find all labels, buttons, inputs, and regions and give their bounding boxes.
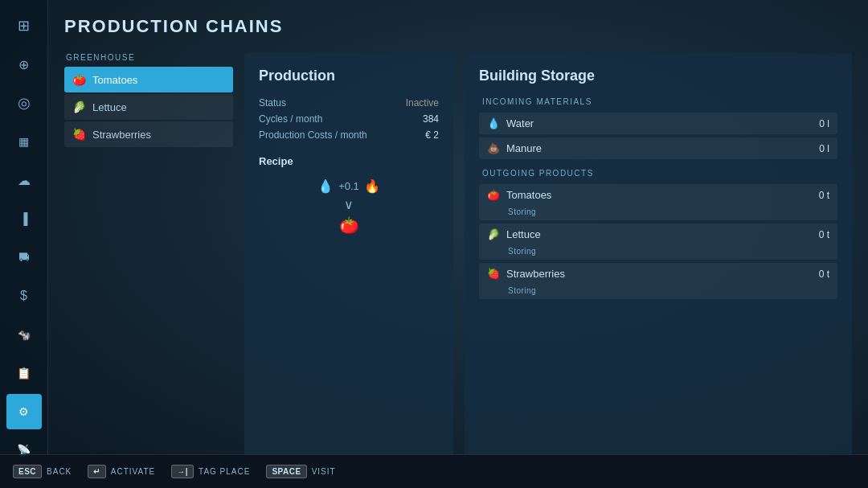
animals-icon: 🐄 [18,329,31,341]
chain-item-lettuce[interactable]: 🥬 Lettuce [64,94,233,120]
chain-item-strawberries[interactable]: 🍓 Strawberries [64,121,233,147]
storage-item-strawberries-out: 🍓 Strawberries 0 t Storing [479,263,837,299]
sidebar-item-chart[interactable]: ▐ [6,201,42,236]
storage-item-manure-left: 💩 Manure [487,142,542,154]
chains-panel: GREENHOUSE 🍅 Tomatoes 🥬 Lettuce 🍓 Strawb… [64,53,233,488]
storage-item-water: 💧 Water 0 l [479,113,837,134]
storage-item-tomatoes-left: 🍅 Tomatoes [487,189,551,201]
fire-icon: 🔥 [364,178,380,194]
costs-value: € 2 [425,129,439,141]
cycles-value: 384 [423,113,439,125]
sidebar-item-steering[interactable]: ◎ [6,85,42,121]
chain-item-tomatoes[interactable]: 🍅 Tomatoes [64,67,233,92]
storage-strawberries-label: Strawberries [506,268,565,280]
storage-title: Building Storage [479,68,837,84]
status-value: Inactive [406,97,439,109]
tomato-icon: 🍅 [72,73,86,86]
storage-item-lettuce-left: 🥬 Lettuce [487,228,541,240]
panels-row: GREENHOUSE 🍅 Tomatoes 🥬 Lettuce 🍓 Strawb… [64,53,852,488]
lettuce-icon: 🥬 [72,100,86,113]
esc-badge: ESC [13,465,42,478]
sidebar-item-map[interactable]: ⊞ [6,8,42,43]
sidebar-item-weather[interactable]: ☁ [6,162,42,198]
calendar-icon: ▦ [18,135,29,148]
map-icon: ⊞ [18,17,30,35]
strawberry-icon: 🍓 [72,128,86,141]
status-label: Status [259,97,286,109]
storage-item-strawberries-main: 🍓 Strawberries 0 t [479,263,837,285]
recipe-label: Recipe [259,155,439,167]
storage-lettuce-label: Lettuce [506,228,541,240]
storage-item-water-main: 💧 Water 0 l [479,113,837,134]
sidebar-item-contracts[interactable]: 📋 [6,355,42,391]
stat-row-costs: Production Costs / month € 2 [259,129,439,141]
contracts-icon: 📋 [17,367,31,379]
storage-tomatoes-value: 0 t [819,190,829,201]
visit-label: VISIT [312,467,336,476]
production-icon: ⚙ [18,405,29,418]
recipe-output-icon: 🍅 [339,215,359,235]
tag-badge: →| [171,465,194,478]
storage-item-manure: 💩 Manure 0 l [479,137,837,159]
activate-badge: ↵ [88,465,106,478]
storage-strawberries-sub: Storing [479,285,837,299]
stat-row-status: Status Inactive [259,97,439,109]
recipe-area: 💧 +0.1 🔥 ∨ 🍅 [259,178,439,235]
chart-icon: ▐ [20,212,28,225]
key-tag[interactable]: →| TAG PLACE [171,465,250,478]
sidebar: ⊞ ⊕ ◎ ▦ ☁ ▐ ⛟ $ 🐄 📋 ⚙ [0,0,48,488]
storage-lettuce-value: 0 t [819,229,829,240]
sidebar-item-finance[interactable]: $ [6,278,42,314]
key-activate[interactable]: ↵ ACTIVATE [88,465,155,478]
storage-item-tomatoes-main: 🍅 Tomatoes 0 t [479,184,837,206]
storage-water-value: 0 l [819,118,829,129]
key-esc[interactable]: ESC BACK [13,465,72,478]
water-drop-icon: 💧 [317,178,334,194]
storage-tomatoes-sub: Storing [479,206,837,220]
recipe-inputs: 💧 +0.1 🔥 [317,178,380,194]
storage-item-strawberries-left: 🍓 Strawberries [487,268,565,280]
production-title: Production [259,68,439,84]
esc-label: BACK [47,467,72,476]
cycles-label: Cycles / month [259,113,322,125]
sidebar-item-production[interactable]: ⚙ [6,394,42,429]
storage-tomatoes-label: Tomatoes [506,189,551,201]
globe-icon: ⊕ [18,57,29,72]
costs-label: Production Costs / month [259,129,367,141]
incoming-label: INCOMING MATERIALS [479,97,837,106]
steering-icon: ◎ [18,94,31,112]
greenhouse-label: GREENHOUSE [64,53,233,62]
stat-row-cycles: Cycles / month 384 [259,113,439,125]
storage-item-tomatoes-out: 🍅 Tomatoes 0 t Storing [479,184,837,220]
storage-item-lettuce-main: 🥬 Lettuce 0 t [479,223,837,245]
storage-item-manure-main: 💩 Manure 0 l [479,137,837,159]
storage-strawberries-icon: 🍓 [487,268,500,280]
page-title: PRODUCTION CHAINS [64,16,852,37]
storage-item-lettuce-out: 🥬 Lettuce 0 t Storing [479,223,837,260]
recipe-arrow-down: ∨ [344,197,354,212]
production-panel: Production Status Inactive Cycles / mont… [244,53,453,488]
visit-badge: SPACE [266,465,306,478]
sidebar-item-globe[interactable]: ⊕ [6,47,42,82]
sidebar-item-tractor[interactable]: ⛟ [6,240,42,275]
tractor-icon: ⛟ [18,251,30,264]
storage-strawberries-value: 0 t [819,269,829,280]
bottom-bar: ESC BACK ↵ ACTIVATE →| TAG PLACE SPACE V… [0,454,868,488]
storage-lettuce-icon: 🥬 [487,228,500,240]
storage-item-water-left: 💧 Water [487,117,534,129]
chain-strawberries-label: Strawberries [92,129,151,141]
content-area: PRODUCTION CHAINS GREENHOUSE 🍅 Tomatoes … [48,0,868,488]
key-visit[interactable]: SPACE VISIT [266,465,335,478]
weather-icon: ☁ [18,173,31,188]
storage-panel: Building Storage INCOMING MATERIALS 💧 Wa… [465,53,852,488]
storage-manure-value: 0 l [819,143,829,154]
activate-label: ACTIVATE [111,467,155,476]
finance-icon: $ [20,289,27,303]
sidebar-item-animals[interactable]: 🐄 [6,317,42,352]
storage-water-label: Water [506,117,534,129]
storage-manure-icon: 💩 [487,142,500,154]
storage-water-icon: 💧 [487,117,500,129]
outgoing-label: OUTGOING PRODUCTS [479,169,837,178]
recipe-plus-value: +0.1 [338,180,359,192]
sidebar-item-calendar[interactable]: ▦ [6,124,42,159]
